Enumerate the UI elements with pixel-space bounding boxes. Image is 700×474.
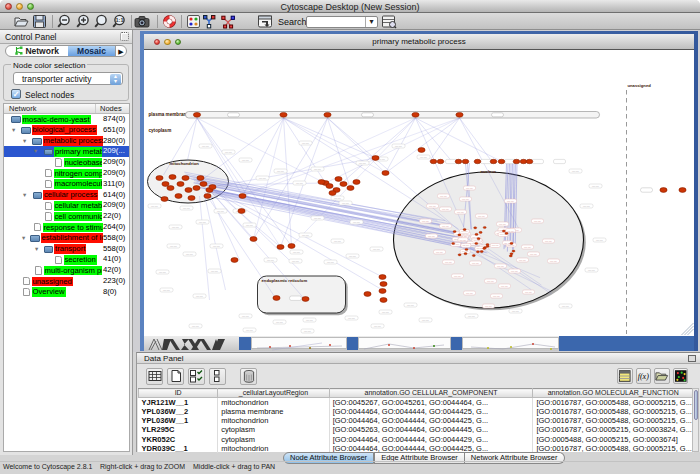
svg-text:(xx xx): (xx xx): [202, 145, 209, 147]
svg-text:(xx xx): (xx xx): [373, 248, 380, 250]
svg-text:(xx xx): (xx xx): [246, 329, 253, 331]
svg-text:(xx xx): (xx xx): [534, 220, 541, 222]
svg-text:(xx xx): (xx xx): [151, 205, 158, 207]
svg-text:(xx xx): (xx xx): [460, 239, 467, 241]
svg-text:(xx xx): (xx xx): [507, 230, 514, 232]
svg-text:(xx xx): (xx xx): [304, 330, 311, 332]
svg-text:(xx xx): (xx xx): [225, 151, 232, 153]
svg-text:(xx xx): (xx xx): [348, 317, 355, 319]
svg-text:(xx xx): (xx xx): [487, 280, 494, 282]
svg-text:(xx xx): (xx xx): [314, 217, 321, 219]
svg-text:(xx xx): (xx xx): [429, 205, 436, 207]
svg-text:(xx xx): (xx xx): [186, 253, 193, 255]
svg-text:(xx xx): (xx xx): [525, 291, 532, 293]
svg-text:(xx xx): (xx xx): [277, 170, 284, 172]
svg-text:(xx xx): (xx xx): [468, 315, 475, 317]
svg-text:(xx xx): (xx xx): [583, 205, 590, 207]
svg-text:(xx xx): (xx xx): [172, 226, 179, 228]
svg-text:(xx xx): (xx xx): [588, 269, 595, 271]
svg-text:(xx xx): (xx xx): [353, 221, 360, 223]
svg-text:(xx xx): (xx xx): [478, 215, 485, 217]
svg-text:(xx xx): (xx xx): [592, 185, 599, 187]
svg-text:(xx xx): (xx xx): [501, 285, 508, 287]
svg-text:(xx xx): (xx xx): [302, 142, 309, 144]
svg-text:(xx xx): (xx xx): [562, 305, 569, 307]
svg-text:(xx xx): (xx xx): [349, 255, 356, 257]
svg-text:(xx xx): (xx xx): [462, 250, 469, 252]
svg-text:(xx xx): (xx xx): [466, 292, 473, 294]
svg-text:(xx xx): (xx xx): [442, 225, 449, 227]
svg-text:(xx xx): (xx xx): [422, 319, 429, 321]
svg-text:mitochondrion: mitochondrion: [170, 161, 200, 166]
svg-text:(xx xx): (xx xx): [512, 310, 519, 312]
svg-text:(xx xx): (xx xx): [596, 239, 603, 241]
svg-text:(xx xx): (xx xx): [192, 325, 199, 327]
svg-text:(xx xx): (xx xx): [497, 265, 504, 267]
svg-text:(xx xx): (xx xx): [472, 262, 479, 264]
svg-text:(xx xx): (xx xx): [507, 200, 514, 202]
svg-text:(xx xx): (xx xx): [428, 235, 435, 237]
svg-text:(xx xx): (xx xx): [293, 251, 300, 253]
svg-text:(xx xx): (xx xx): [572, 170, 579, 172]
svg-text:(xx xx): (xx xx): [550, 260, 557, 262]
svg-text:(xx xx): (xx xx): [445, 261, 452, 263]
svg-text:(xx xx): (xx xx): [499, 223, 506, 225]
svg-text:(xx xx): (xx xx): [524, 246, 531, 248]
svg-text:(xx xx): (xx xx): [492, 244, 499, 246]
svg-text:(xx xx): (xx xx): [242, 159, 249, 161]
svg-text:(xx xx): (xx xx): [511, 270, 518, 272]
svg-text:plasma membrane: plasma membrane: [149, 112, 190, 117]
svg-text:(xx xx): (xx xx): [420, 156, 427, 158]
svg-text:(xx xx): (xx xx): [213, 245, 220, 247]
svg-text:(xx xx): (xx xx): [302, 234, 309, 236]
svg-text:(xx xx): (xx xx): [454, 275, 461, 277]
svg-text:(xx xx): (xx xx): [211, 270, 218, 272]
svg-text:(xx xx): (xx xx): [183, 207, 190, 209]
svg-text:(xx xx): (xx xx): [374, 325, 381, 327]
svg-text:(xx xx): (xx xx): [196, 295, 203, 297]
svg-text:(xx xx): (xx xx): [334, 197, 341, 199]
svg-text:(xx xx): (xx xx): [327, 261, 334, 263]
svg-text:(xx xx): (xx xx): [493, 295, 500, 297]
svg-text:(xx xx): (xx xx): [306, 319, 313, 321]
svg-text:(xx xx): (xx xx): [442, 208, 449, 210]
svg-text:endoplasmic reticulum: endoplasmic reticulum: [262, 278, 308, 283]
svg-text:(xx xx): (xx xx): [246, 224, 253, 226]
svg-text:(xx xx): (xx xx): [440, 195, 447, 197]
svg-text:(xx xx): (xx xx): [359, 162, 366, 164]
svg-text:(xx xx): (xx xx): [436, 251, 443, 253]
svg-text:(xx xx): (xx xx): [462, 198, 469, 200]
svg-text:(xx xx): (xx xx): [242, 315, 249, 317]
svg-text:(xx xx): (xx xx): [395, 145, 402, 147]
svg-text:(xx xx): (xx xx): [314, 168, 321, 170]
svg-text:(xx xx): (xx xx): [530, 253, 537, 255]
svg-text:(xx xx): (xx xx): [259, 177, 266, 179]
svg-text:(xx xx): (xx xx): [472, 236, 479, 238]
svg-text:(xx xx): (xx xx): [466, 187, 473, 189]
svg-text:(xx xx): (xx xx): [267, 259, 274, 261]
svg-text:unassigned: unassigned: [628, 83, 652, 88]
svg-text:(xx xx): (xx xx): [457, 211, 464, 213]
svg-text:(xx xx): (xx xx): [217, 210, 224, 212]
svg-text:(xx xx): (xx xx): [422, 220, 429, 222]
svg-text:(xx xx): (xx xx): [199, 221, 206, 223]
svg-text:(xx xx): (xx xx): [170, 245, 177, 247]
svg-text:(xx xx): (xx xx): [334, 240, 341, 242]
svg-text:1:1: 1:1: [115, 17, 123, 23]
svg-text:(xx xx): (xx xx): [382, 311, 389, 313]
svg-text:(xx xx): (xx xx): [545, 240, 552, 242]
svg-text:(xx xx): (xx xx): [462, 244, 469, 246]
svg-text:(xx xx): (xx xx): [292, 260, 299, 262]
svg-text:(xx xx): (xx xx): [163, 289, 170, 291]
svg-text:(xx xx): (xx xx): [276, 321, 283, 323]
svg-text:(xx xx): (xx xx): [519, 259, 526, 261]
svg-text:(xx xx): (xx xx): [407, 304, 414, 306]
svg-text:(xx xx): (xx xx): [342, 202, 349, 204]
svg-text:(xx xx): (xx xx): [296, 182, 303, 184]
svg-text:(xx xx): (xx xx): [485, 305, 492, 307]
svg-text:(xx xx): (xx xx): [159, 271, 166, 273]
svg-text:cytoplasm: cytoplasm: [149, 128, 172, 133]
